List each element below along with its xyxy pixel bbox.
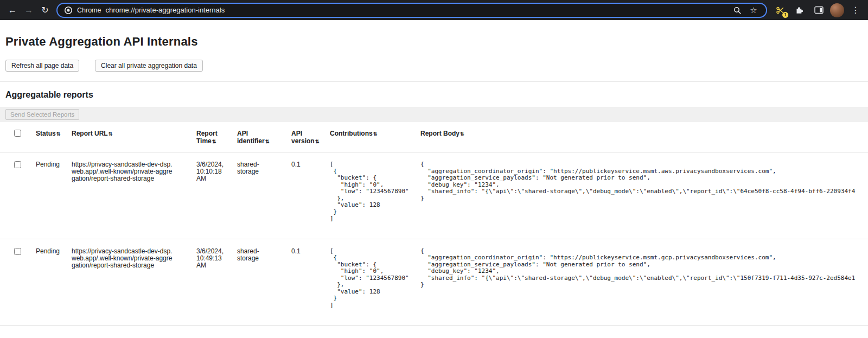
api-identifier-text: shared-storage — [237, 161, 271, 175]
select-all-checkbox[interactable] — [14, 130, 21, 137]
col-api-identifier[interactable]: API identifier⇅ — [237, 122, 291, 152]
report-url-text: https://privacy-sandcastle-dev-dsp.web.a… — [72, 248, 175, 269]
contributions-cell: [ { "bucket": { "high": "0", "low": "123… — [330, 152, 420, 239]
table-header-row: Status⇅ Report URL⇅ Report Time⇅ API ide… — [0, 122, 868, 152]
refresh-all-button[interactable]: Refresh all page data — [5, 60, 79, 72]
reload-button[interactable]: ↻ — [37, 2, 53, 18]
api-version-cell: 0.1 — [291, 239, 330, 326]
api-version-cell: 0.1 — [291, 152, 330, 239]
side-panel-icon — [814, 6, 824, 14]
report-body-json: { "aggregation_coordinator_origin": "htt… — [420, 161, 864, 202]
page-actions: Refresh all page data Clear all private … — [5, 60, 868, 72]
sort-icon: ⇅ — [265, 139, 270, 144]
col-contributions[interactable]: Contributions⇅ — [330, 122, 420, 152]
extensions-button[interactable] — [791, 2, 807, 18]
col-api-identifier-label: API identifier — [237, 130, 265, 145]
reports-toolbar: Send Selected Reports — [0, 107, 868, 122]
search-button[interactable] — [731, 4, 743, 16]
reload-icon: ↻ — [41, 6, 48, 15]
page-title: Private Aggregation API Internals — [5, 35, 868, 49]
bookmark-star-button[interactable]: ☆ — [748, 4, 760, 16]
row-select-cell — [0, 152, 36, 239]
back-button[interactable]: ← — [4, 2, 21, 18]
sort-icon: ⇅ — [56, 131, 61, 137]
report-row: Pending https://privacy-sandcastle-dev-d… — [0, 152, 868, 239]
url-text[interactable]: chrome://private-aggregation-internals — [105, 6, 727, 14]
page-content: Private Aggregation API Internals Refres… — [0, 35, 868, 326]
report-time-text: 3/6/2024, 10:49:13 AM — [196, 248, 229, 269]
report-body-json: { "aggregation_coordinator_origin": "htt… — [420, 248, 864, 289]
report-url-text: https://privacy-sandcastle-dev-dsp.web.a… — [72, 161, 175, 182]
aggregatable-reports-table: Status⇅ Report URL⇅ Report Time⇅ API ide… — [0, 122, 868, 326]
report-body-cell: { "aggregation_coordinator_origin": "htt… — [420, 152, 868, 239]
col-status[interactable]: Status⇅ — [36, 122, 72, 152]
api-identifier-cell: shared-storage — [237, 152, 291, 239]
col-status-label: Status — [36, 130, 56, 137]
row-select-cell — [0, 239, 36, 326]
col-report-body[interactable]: Report Body⇅ — [420, 122, 868, 152]
contributions-cell: [ { "bucket": { "high": "0", "low": "123… — [330, 239, 420, 326]
col-api-version[interactable]: API version⇅ — [291, 122, 330, 152]
report-url-cell: https://privacy-sandcastle-dev-dsp.web.a… — [72, 239, 196, 326]
section-title: Aggregatable reports — [5, 90, 868, 100]
profile-avatar[interactable] — [830, 3, 844, 17]
report-time-text: 3/6/2024, 10:10:18 AM — [196, 161, 229, 182]
site-label: Chrome — [77, 7, 101, 14]
col-report-time[interactable]: Report Time⇅ — [196, 122, 237, 152]
toolbar-right: 1 ⋮ — [773, 2, 864, 18]
sort-icon: ⇅ — [212, 139, 216, 144]
col-report-url[interactable]: Report URL⇅ — [72, 122, 196, 152]
col-api-version-label: API version — [291, 130, 315, 145]
forward-button[interactable]: → — [21, 2, 37, 18]
address-bar[interactable]: Chrome chrome://private-aggregation-inte… — [56, 3, 767, 18]
sort-icon: ⇅ — [315, 139, 320, 144]
extension-badge: 1 — [782, 11, 789, 18]
sort-icon: ⇅ — [108, 131, 113, 137]
api-identifier-text: shared-storage — [237, 248, 271, 262]
status-cell: Pending — [36, 239, 72, 326]
report-body-cell: { "aggregation_coordinator_origin": "htt… — [420, 239, 868, 326]
report-time-cell: 3/6/2024, 10:10:18 AM — [196, 152, 237, 239]
api-identifier-cell: shared-storage — [237, 239, 291, 326]
col-report-body-label: Report Body — [420, 130, 459, 137]
status-cell: Pending — [36, 152, 72, 239]
menu-button[interactable]: ⋮ — [847, 2, 864, 18]
row-checkbox[interactable] — [14, 248, 21, 255]
sort-icon: ⇅ — [460, 131, 464, 137]
clear-all-button[interactable]: Clear all private aggregation data — [95, 60, 203, 72]
report-row: Pending https://privacy-sandcastle-dev-d… — [0, 239, 868, 326]
report-time-cell: 3/6/2024, 10:49:13 AM — [196, 239, 237, 326]
sort-icon: ⇅ — [373, 131, 378, 137]
forward-icon: → — [24, 6, 33, 15]
search-icon — [733, 6, 742, 15]
star-icon: ☆ — [750, 5, 757, 15]
browser-toolbar: ← → ↻ Chrome chrome://private-aggregatio… — [0, 0, 868, 20]
send-selected-reports-button[interactable]: Send Selected Reports — [5, 109, 79, 120]
contributions-json: [ { "bucket": { "high": "0", "low": "123… — [330, 248, 416, 309]
divider — [0, 81, 868, 82]
pinned-extension-button[interactable]: 1 — [773, 3, 788, 18]
row-checkbox[interactable] — [14, 161, 21, 168]
back-icon: ← — [8, 6, 17, 15]
col-contributions-label: Contributions — [330, 130, 373, 137]
puzzle-icon — [795, 5, 804, 15]
kebab-menu-icon: ⋮ — [851, 6, 860, 15]
chrome-logo-icon — [64, 6, 73, 15]
contributions-json: [ { "bucket": { "high": "0", "low": "123… — [330, 161, 416, 222]
report-url-cell: https://privacy-sandcastle-dev-dsp.web.a… — [72, 152, 196, 239]
select-all-cell — [0, 122, 36, 152]
side-panel-button[interactable] — [810, 2, 827, 18]
col-report-url-label: Report URL — [72, 130, 108, 137]
